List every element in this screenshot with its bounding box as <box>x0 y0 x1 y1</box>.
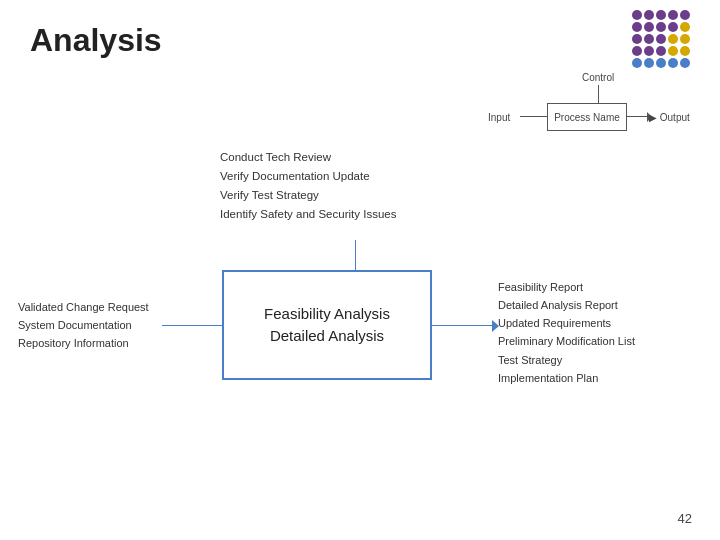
input-label: Input <box>488 112 510 123</box>
logo-dot <box>656 58 666 68</box>
control-arrow <box>598 85 599 103</box>
input-1: Validated Change Request <box>18 298 149 316</box>
step-2: Verify Documentation Update <box>220 167 396 186</box>
logo-dot <box>668 58 678 68</box>
main-process-box: Feasibility Analysis Detailed Analysis <box>222 270 432 380</box>
steps-to-main-arrow <box>355 240 356 270</box>
steps-block: Conduct Tech Review Verify Documentation… <box>220 148 396 224</box>
output-2: Detailed Analysis Report <box>498 296 635 314</box>
logo-dot <box>680 46 690 56</box>
logo-dot <box>656 34 666 44</box>
logo-dot <box>632 10 642 20</box>
logo-dot <box>668 46 678 56</box>
input-3: Repository Information <box>18 334 149 352</box>
output-4: Preliminary Modification List <box>498 332 635 350</box>
step-4: Identify Safety and Security Issues <box>220 205 396 224</box>
output-3: Updated Requirements <box>498 314 635 332</box>
main-box-line2: Detailed Analysis <box>270 325 384 348</box>
logo-dot <box>632 58 642 68</box>
logo-dot <box>668 10 678 20</box>
logo-dot <box>644 22 654 32</box>
output-arrow <box>627 116 647 117</box>
input-arrow <box>520 116 547 117</box>
logo-dot <box>632 22 642 32</box>
logo-dot <box>656 22 666 32</box>
logo-dot <box>668 34 678 44</box>
inputs-to-main-arrow <box>162 325 222 326</box>
input-2: System Documentation <box>18 316 149 334</box>
logo-dot <box>656 10 666 20</box>
logo-dot <box>644 34 654 44</box>
logo-dot <box>644 10 654 20</box>
step-1: Conduct Tech Review <box>220 148 396 167</box>
page-number: 42 <box>678 511 692 526</box>
logo <box>632 10 702 62</box>
output-1: Feasibility Report <box>498 278 635 296</box>
logo-dot <box>680 10 690 20</box>
logo-dot <box>668 22 678 32</box>
control-label: Control <box>582 72 614 83</box>
logo-dot <box>656 46 666 56</box>
process-name-box: Process Name <box>547 103 627 131</box>
inputs-block: Validated Change Request System Document… <box>18 298 149 352</box>
output-label: ▶ Output <box>649 112 690 123</box>
main-box-line1: Feasibility Analysis <box>264 303 390 326</box>
logo-dot <box>632 46 642 56</box>
logo-dot <box>632 34 642 44</box>
main-to-outputs-arrow <box>432 325 492 326</box>
step-3: Verify Test Strategy <box>220 186 396 205</box>
logo-dot <box>680 22 690 32</box>
output-5: Test Strategy <box>498 351 635 369</box>
outputs-block: Feasibility Report Detailed Analysis Rep… <box>498 278 635 387</box>
output-6: Implementation Plan <box>498 369 635 387</box>
logo-dot <box>644 46 654 56</box>
logo-dot <box>680 58 690 68</box>
logo-dot <box>680 34 690 44</box>
page-title: Analysis <box>30 22 162 59</box>
logo-dot <box>644 58 654 68</box>
